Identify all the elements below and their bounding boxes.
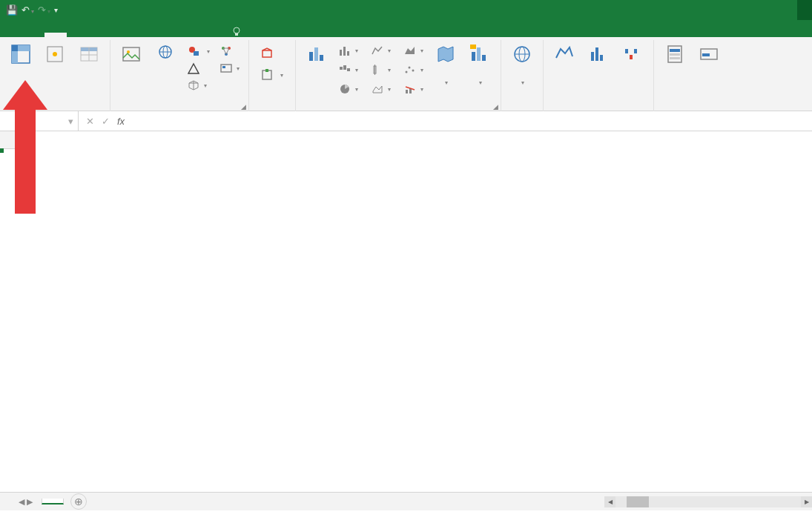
- recommended-charts-icon: [305, 42, 329, 66]
- timeline-button[interactable]: [693, 40, 725, 91]
- tab-file[interactable]: [0, 33, 22, 37]
- 3d-map-button[interactable]: ▾: [506, 40, 538, 91]
- surface-chart-icon: [372, 84, 383, 94]
- svg-rect-23: [222, 66, 225, 68]
- table-icon: [77, 42, 101, 66]
- new-sheet-button[interactable]: ⊕: [70, 493, 87, 510]
- sparkline-winloss-button[interactable]: [616, 40, 649, 91]
- svg-rect-60: [670, 57, 680, 59]
- svg-rect-56: [634, 49, 637, 53]
- tab-review[interactable]: [133, 33, 156, 37]
- timeline-icon: [697, 42, 721, 66]
- svg-rect-12: [123, 47, 139, 61]
- pivotchart-button[interactable]: ▾: [463, 40, 496, 91]
- svg-rect-59: [670, 53, 680, 56]
- group-sparklines: [544, 40, 654, 111]
- tab-data[interactable]: [111, 33, 133, 37]
- line-chart-button[interactable]: ▾: [367, 43, 395, 58]
- area-chart-button[interactable]: ▾: [400, 43, 428, 58]
- maps-button[interactable]: ▾: [429, 40, 462, 91]
- name-box[interactable]: ▾: [0, 111, 79, 131]
- combo-chart-icon: [404, 84, 416, 94]
- undo-icon[interactable]: ↶▾: [22, 4, 34, 16]
- my-addins-button[interactable]: ▾: [257, 67, 288, 83]
- svg-rect-42: [406, 90, 408, 93]
- smartart-button[interactable]: [216, 43, 244, 59]
- group-tours: ▾: [501, 40, 544, 111]
- screenshot-icon: [220, 62, 232, 74]
- selection-outline: [0, 149, 3, 152]
- tab-design[interactable]: [200, 33, 222, 37]
- hierarchy-chart-button[interactable]: ▾: [334, 62, 363, 77]
- sparkline-winloss-icon: [621, 42, 644, 66]
- scatter-chart-button[interactable]: ▾: [400, 62, 428, 77]
- illustrations-dialog-launcher-icon[interactable]: ◢: [241, 103, 246, 111]
- tab-page-layout[interactable]: [67, 33, 89, 37]
- sheet-tab-sheet1[interactable]: [42, 499, 64, 504]
- formula-bar-row: ▾ ✕ ✓ fx: [0, 111, 812, 131]
- group-charts: ▾ ▾ ▾ ▾ ▾ ▾ ▾ ▾ ▾ ▾: [296, 40, 501, 111]
- slicer-button[interactable]: [658, 40, 691, 91]
- recommended-pivottables-button[interactable]: [39, 40, 71, 91]
- cancel-formula-icon[interactable]: ✕: [86, 116, 94, 127]
- sparkline-column-button[interactable]: [582, 40, 615, 91]
- ribbon-tabs: [0, 20, 812, 37]
- tell-me-search[interactable]: [222, 27, 246, 37]
- save-icon[interactable]: 💾: [6, 4, 18, 16]
- enter-formula-icon[interactable]: ✓: [102, 116, 110, 127]
- svg-rect-4: [18, 45, 30, 51]
- tab-formulas[interactable]: [89, 33, 111, 37]
- sheet-nav-buttons[interactable]: ◀ ▶: [19, 497, 39, 507]
- 3dmodels-button[interactable]: ▾: [183, 77, 214, 93]
- column-chart-icon: [339, 45, 351, 56]
- table-button[interactable]: [73, 40, 105, 91]
- 3dmodels-icon: [188, 79, 199, 91]
- fx-icon[interactable]: fx: [117, 116, 125, 127]
- select-all-button[interactable]: [0, 131, 27, 149]
- recommended-charts-button[interactable]: [300, 40, 333, 91]
- svg-rect-3: [12, 45, 18, 51]
- online-pictures-button[interactable]: [149, 40, 182, 91]
- tab-home[interactable]: [22, 33, 44, 37]
- svg-rect-46: [482, 55, 486, 61]
- statistic-chart-button[interactable]: ▾: [367, 62, 395, 77]
- svg-rect-30: [340, 50, 342, 56]
- charts-dialog-launcher-icon[interactable]: ◢: [493, 103, 498, 111]
- get-addins-button[interactable]: [257, 45, 288, 61]
- titlebar: 💾 ↶▾ ↷▾ ▾: [0, 0, 812, 20]
- statistic-chart-icon: [372, 65, 383, 75]
- sparkline-line-button[interactable]: [548, 40, 581, 91]
- horizontal-scrollbar[interactable]: ◀ ▶: [604, 496, 812, 507]
- tab-insert[interactable]: [44, 33, 67, 37]
- surface-chart-button[interactable]: ▾: [367, 82, 395, 96]
- svg-rect-53: [600, 55, 603, 61]
- screenshot-button[interactable]: ▾: [216, 60, 244, 76]
- worksheet[interactable]: [0, 131, 812, 492]
- svg-rect-27: [309, 52, 313, 61]
- qat-customize-icon[interactable]: ▾: [54, 6, 58, 14]
- svg-rect-62: [702, 53, 710, 56]
- group-tables: [0, 40, 110, 111]
- sheet-tab-bar: ◀ ▶ ⊕ ◀ ▶: [0, 492, 812, 510]
- pictures-button[interactable]: [115, 40, 148, 91]
- pivotchart-icon: [468, 42, 492, 66]
- redo-icon[interactable]: ↷▾: [38, 4, 50, 16]
- online-pictures-icon: [154, 42, 177, 66]
- pivottable-button[interactable]: [4, 40, 37, 91]
- column-chart-button[interactable]: ▾: [334, 43, 363, 58]
- svg-rect-5: [12, 51, 18, 63]
- svg-rect-58: [670, 49, 680, 52]
- hierarchy-chart-icon: [339, 65, 351, 75]
- pie-chart-button[interactable]: ▾: [334, 82, 363, 96]
- shapes-button[interactable]: ▾: [183, 43, 214, 59]
- smartart-icon: [220, 45, 232, 57]
- addins-icon: [261, 69, 273, 81]
- icons-button[interactable]: [183, 60, 214, 76]
- svg-rect-44: [472, 52, 475, 61]
- combo-chart-button[interactable]: ▾: [400, 82, 428, 96]
- svg-rect-18: [194, 51, 199, 56]
- group-addins: ▾: [249, 40, 296, 111]
- svg-rect-28: [314, 47, 318, 61]
- tab-view[interactable]: [156, 33, 178, 37]
- tab-help[interactable]: [178, 33, 200, 37]
